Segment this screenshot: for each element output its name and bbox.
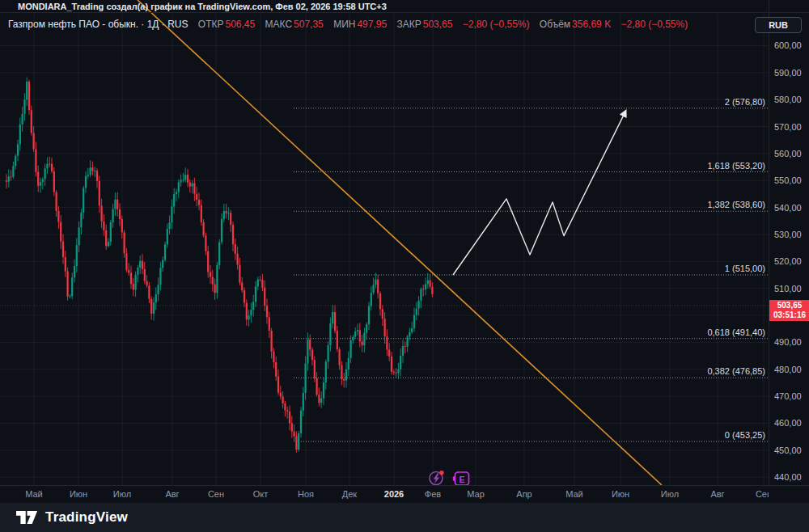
price-tick-label: 570,00: [774, 122, 802, 132]
candle-body: [282, 397, 284, 403]
candle-body: [99, 181, 100, 205]
candle-body: [167, 229, 168, 244]
candle-body: [218, 243, 220, 265]
candle-body: [280, 393, 282, 397]
candle-body: [37, 172, 39, 186]
candle-body: [8, 176, 10, 181]
candle-body: [187, 175, 188, 183]
candle-body: [295, 437, 297, 450]
time-tick-label: Апр: [516, 489, 532, 499]
earnings-icon[interactable]: E: [453, 472, 469, 485]
candle-body: [393, 372, 395, 373]
candle-body: [133, 284, 134, 289]
projection-line[interactable]: [453, 112, 625, 275]
candle-body: [289, 412, 290, 424]
candle-body: [318, 395, 320, 403]
candle-body: [103, 222, 104, 230]
candle-body: [158, 285, 159, 294]
price-tick-label: 460,00: [774, 418, 802, 428]
candle-body: [17, 144, 19, 155]
candle-body: [343, 379, 345, 381]
candle-body: [180, 179, 182, 182]
candle-body: [12, 166, 14, 176]
candle-body: [139, 261, 141, 268]
time-tick-label: Июл: [113, 489, 131, 499]
price-axis[interactable]: 503,65 03:51:16 600,00590,00580,00570,00…: [769, 0, 809, 485]
candle-body: [271, 331, 273, 352]
candle-body: [400, 356, 401, 369]
candle-body: [257, 280, 259, 287]
high-label: МАКС: [265, 19, 293, 30]
candle-body: [184, 175, 186, 179]
candle-body: [235, 244, 236, 254]
candle-body: [193, 184, 195, 194]
candle-body: [87, 175, 89, 176]
candle-body: [201, 205, 202, 222]
candle-body: [198, 200, 200, 205]
bottom-bar: TradingView: [0, 503, 809, 532]
flash-event-icon[interactable]: [430, 471, 444, 485]
candle-body: [348, 358, 349, 369]
candle-body: [226, 211, 227, 213]
candle-body: [214, 285, 216, 293]
candle-body: [286, 410, 288, 411]
candle-body: [266, 306, 268, 317]
time-tick-label: 2026: [384, 489, 404, 499]
brand-name[interactable]: TradingView: [45, 509, 128, 526]
open-value: 506,45: [226, 19, 256, 30]
candle-body: [164, 244, 166, 260]
volume-label: Объём: [540, 19, 570, 30]
candle-body: [300, 411, 302, 433]
time-axis[interactable]: МайИюнИюлАвгСенОктНояДек2026ФевМарАпрМай…: [0, 486, 769, 503]
candle-body: [359, 330, 361, 341]
candle-body: [244, 290, 245, 302]
candle-body: [173, 194, 175, 207]
candle-body: [207, 251, 209, 272]
open-label: ОТКР: [198, 19, 224, 30]
time-tick-label: Дек: [342, 489, 357, 499]
volume-value: 356,69 K: [572, 19, 611, 30]
candle-body: [205, 235, 206, 251]
candle-body: [162, 260, 163, 268]
candle-body: [119, 209, 121, 219]
candle-body: [148, 285, 150, 298]
candle-body: [425, 284, 426, 289]
symbol-title[interactable]: Газпром нефть ПАО - обыкн. · 1Д · RUS: [8, 19, 188, 30]
currency-button[interactable]: RUB: [755, 17, 802, 33]
candle-body: [396, 373, 397, 374]
candle-body: [422, 289, 424, 289]
candle-body: [56, 192, 57, 211]
time-tick-label: Ноя: [298, 489, 314, 499]
tradingview-logo-icon[interactable]: [16, 509, 38, 526]
candle-body: [169, 222, 171, 229]
tradingview-chart-window: 2 (576,80)1,618 (553,20)1,382 (538,60)1 …: [0, 0, 809, 532]
candle-body: [108, 242, 109, 246]
candle-body: [6, 180, 7, 182]
candle-body: [23, 99, 25, 114]
time-tick-label: Май: [25, 489, 43, 499]
candle-body: [101, 205, 103, 221]
candle-body: [192, 184, 193, 187]
candle-body: [332, 312, 333, 323]
candle-body: [246, 302, 248, 319]
candle-body: [409, 332, 410, 336]
chart-canvas[interactable]: 2 (576,80)1,618 (553,20)1,382 (538,60)1 …: [0, 0, 809, 485]
candle-body: [371, 293, 372, 306]
candle-body: [110, 222, 112, 242]
candle-body: [275, 362, 277, 377]
candle-body: [42, 179, 44, 182]
candle-body: [345, 369, 347, 381]
candle-body: [159, 268, 161, 285]
time-tick-label: Фев: [425, 489, 441, 499]
candle-body: [15, 156, 16, 167]
candle-body: [230, 213, 231, 225]
candle-body: [305, 364, 307, 393]
candle-body: [269, 317, 270, 331]
candle-body: [26, 82, 28, 99]
candle-body: [320, 399, 322, 403]
candle-body: [397, 369, 399, 374]
candle-body: [216, 265, 218, 293]
time-tick-label: Сен: [756, 489, 769, 499]
candle-body: [49, 164, 50, 165]
time-tick-label: Окт: [253, 489, 269, 499]
